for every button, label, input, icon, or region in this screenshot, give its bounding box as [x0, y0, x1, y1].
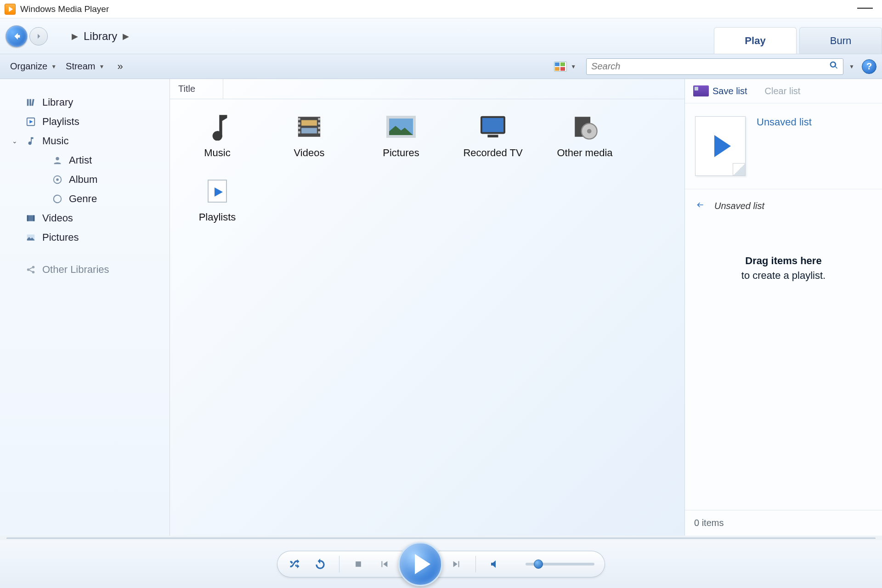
svg-rect-20: [298, 127, 300, 129]
svg-rect-10: [34, 215, 35, 221]
volume-knob[interactable]: [534, 560, 543, 569]
network-icon: [25, 265, 37, 275]
tree-artist[interactable]: Artist: [9, 151, 165, 170]
tile-other-media[interactable]: Other media: [550, 113, 619, 159]
tile-videos[interactable]: Videos: [275, 113, 344, 159]
tree-album[interactable]: Album: [9, 170, 165, 189]
playback-controls: [0, 540, 882, 588]
next-button[interactable]: [450, 557, 464, 571]
shuffle-button[interactable]: [288, 557, 301, 571]
svg-rect-19: [298, 122, 300, 124]
column-title[interactable]: Title: [178, 79, 223, 99]
tree-videos[interactable]: Videos: [9, 209, 165, 228]
search-box[interactable]: [586, 58, 843, 75]
repeat-button[interactable]: [313, 557, 327, 571]
toolbar: Organize ▼ Stream ▼ » ▼ ▼ ?: [0, 54, 882, 79]
view-options[interactable]: ▼: [549, 59, 581, 74]
list-item-count: 0 items: [685, 510, 882, 536]
tree-label: Artist: [69, 154, 92, 166]
playlist-title[interactable]: Unsaved list: [757, 116, 812, 128]
window-title: Windows Media Player: [20, 4, 853, 14]
search-options-dropdown[interactable]: ▼: [849, 63, 854, 70]
expander-icon[interactable]: ⌄: [12, 137, 19, 145]
svg-rect-22: [318, 118, 320, 120]
svg-point-33: [587, 129, 592, 134]
tile-pictures[interactable]: Pictures: [367, 113, 435, 159]
save-list-button[interactable]: Save list: [693, 85, 747, 96]
current-list-name: Unsaved list: [714, 201, 764, 211]
tile-playlists[interactable]: Playlists: [183, 177, 252, 223]
playlist-file-icon: [201, 177, 233, 205]
toolbar-overflow[interactable]: »: [113, 59, 126, 74]
svg-rect-1: [29, 99, 31, 106]
organize-menu[interactable]: Organize ▼: [6, 58, 61, 74]
stream-menu[interactable]: Stream ▼: [61, 58, 109, 74]
svg-rect-9: [27, 215, 28, 221]
tree-label: Music: [42, 135, 68, 147]
stop-button[interactable]: [351, 557, 365, 571]
tree-library[interactable]: Library: [9, 93, 165, 112]
tile-music[interactable]: Music: [183, 113, 252, 159]
svg-rect-15: [298, 117, 320, 137]
svg-point-6: [57, 179, 58, 181]
breadcrumb[interactable]: ▶ Library ▶: [66, 30, 135, 43]
breadcrumb-root[interactable]: Library: [84, 30, 117, 43]
search-input[interactable]: [591, 61, 829, 72]
tree-other-libraries[interactable]: Other Libraries: [9, 260, 165, 279]
svg-rect-24: [318, 127, 320, 129]
play-button[interactable]: [398, 542, 442, 586]
artist-icon: [51, 155, 63, 165]
chevron-down-icon: ▼: [571, 63, 576, 70]
pictures-icon: [25, 232, 37, 243]
drop-hint-line1: Drag items here: [745, 255, 821, 267]
tab-burn[interactable]: Burn: [799, 27, 882, 54]
tree-music[interactable]: ⌄ Music: [9, 131, 165, 151]
search-icon[interactable]: [829, 61, 838, 72]
stream-label: Stream: [66, 61, 95, 72]
svg-rect-0: [27, 99, 29, 106]
tile-label: Videos: [294, 147, 325, 159]
nav-row: ▶ Library ▶ Play Burn: [0, 18, 882, 54]
tree-pictures[interactable]: Pictures: [9, 228, 165, 247]
playlist-icon: [25, 117, 37, 127]
save-icon: [693, 85, 709, 96]
clear-list-button[interactable]: Clear list: [765, 86, 801, 96]
tree-label: Genre: [69, 193, 97, 205]
chevron-down-icon: ▼: [99, 63, 105, 70]
help-button[interactable]: ?: [862, 59, 876, 74]
library-icon: [25, 97, 37, 107]
genre-icon: [51, 194, 63, 204]
tab-play[interactable]: Play: [714, 27, 797, 54]
tile-recorded-tv[interactable]: Recorded TV: [458, 113, 527, 159]
tile-label: Playlists: [199, 211, 236, 223]
chevron-right-icon: ▶: [123, 31, 129, 41]
previous-button[interactable]: [377, 557, 391, 571]
mute-button[interactable]: [488, 557, 502, 571]
videos-icon: [25, 213, 37, 223]
tile-label: Other media: [557, 147, 612, 159]
navigation-tree: Library Playlists ⌄ Music Artist Album G…: [0, 79, 170, 536]
view-grid-icon: [554, 62, 567, 72]
tree-label: Library: [42, 96, 73, 108]
volume-slider[interactable]: [526, 563, 594, 565]
minimize-button[interactable]: —: [853, 4, 877, 9]
column-header-row: Title: [170, 79, 684, 99]
arrow-left-icon[interactable]: [694, 200, 706, 212]
seek-bar[interactable]: [0, 536, 882, 540]
chevron-right-icon: ▶: [72, 31, 78, 41]
svg-rect-16: [301, 120, 317, 126]
music-icon: [201, 113, 233, 141]
tree-genre[interactable]: Genre: [9, 189, 165, 209]
tree-label: Album: [69, 174, 97, 186]
playlist-drop-zone[interactable]: Drag items here to create a playlist.: [685, 223, 882, 510]
svg-rect-35: [356, 561, 361, 567]
svg-rect-21: [298, 131, 300, 134]
forward-button[interactable]: [29, 27, 48, 45]
drop-hint-line2: to create a playlist.: [741, 270, 825, 282]
playlist-thumbnail: [695, 116, 746, 176]
filmstrip-icon: [293, 113, 325, 141]
tree-playlists[interactable]: Playlists: [9, 112, 165, 131]
tile-label: Recorded TV: [463, 147, 522, 159]
album-icon: [51, 175, 63, 185]
back-button[interactable]: [6, 25, 28, 47]
